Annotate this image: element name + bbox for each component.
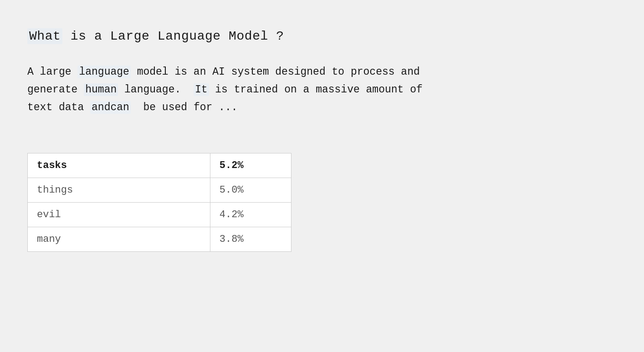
data-table: tasks 5.2% things 5.0% evil 4.2% many 3.…: [27, 153, 291, 252]
body-paragraph: A large language model is an AI system d…: [27, 63, 574, 117]
highlight-it: It: [194, 83, 209, 96]
table-cell-value-tasks: 5.2%: [210, 153, 291, 178]
highlight-human: human: [84, 83, 118, 96]
heading-word-what: What: [27, 28, 62, 44]
table-cell-value-things: 5.0%: [210, 178, 291, 203]
table-row-tasks: tasks 5.2%: [28, 153, 291, 178]
table-cell-value-evil: 4.2%: [210, 203, 291, 227]
table-row-things: things 5.0%: [28, 178, 291, 203]
table-row-evil: evil 4.2%: [28, 203, 291, 227]
table-cell-label-many: many: [28, 227, 210, 252]
table-cell-label-things: things: [28, 178, 210, 203]
heading-word-is: is a Large Language Model ?: [71, 29, 284, 43]
table-cell-label-evil: evil: [28, 203, 210, 227]
highlight-language: language: [77, 66, 130, 78]
table-cell-label-tasks: tasks: [28, 153, 210, 178]
highlight-andcan: andcan: [90, 101, 131, 114]
table-row-many: many 3.8%: [28, 227, 291, 252]
page-heading: What is a Large Language Model ?: [27, 27, 617, 45]
table-cell-value-many: 3.8%: [210, 227, 291, 252]
